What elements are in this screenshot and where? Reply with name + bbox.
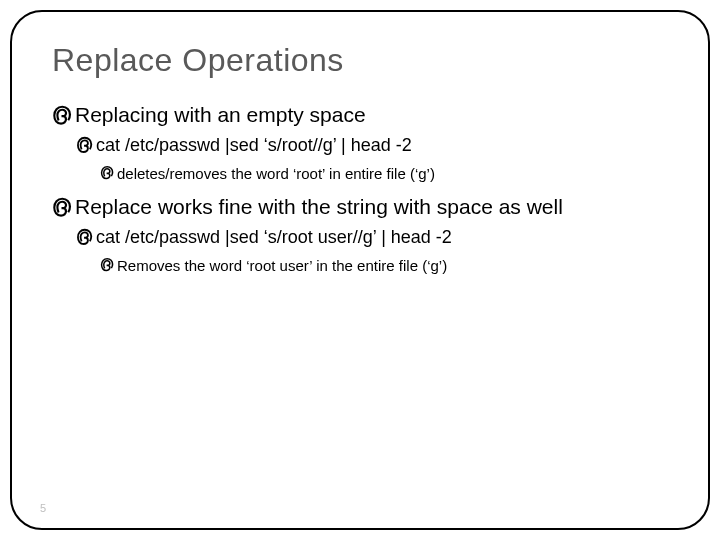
bullet-text: Removes the word ‘root user’ in the enti… [117, 256, 668, 276]
bullet-glyph-icon: ൫ [100, 163, 113, 181]
bullet-glyph-icon: ൫ [76, 225, 92, 247]
bullet-glyph-icon: ൫ [52, 192, 71, 218]
bullet-level1: ൫ Replacing with an empty space [52, 101, 668, 128]
bullet-glyph-icon: ൫ [52, 100, 71, 126]
slide-title: Replace Operations [52, 42, 668, 79]
bullet-text: cat /etc/passwd |sed ‘s/root//g’ | head … [96, 134, 668, 157]
bullet-glyph-icon: ൫ [76, 133, 92, 155]
bullet-level2: ൫ cat /etc/passwd |sed ‘s/root user//g’ … [76, 226, 668, 249]
slide-frame: Replace Operations ൫ Replacing with an e… [10, 10, 710, 530]
bullet-level1: ൫ Replace works fine with the string wit… [52, 193, 668, 220]
page-number: 5 [40, 502, 46, 514]
bullet-glyph-icon: ൫ [100, 255, 113, 273]
bullet-text: Replace works fine with the string with … [75, 193, 668, 220]
bullet-text: deletes/removes the word ‘root’ in entir… [117, 164, 668, 184]
bullet-level3: ൫ deletes/removes the word ‘root’ in ent… [100, 164, 668, 184]
bullet-text: Replacing with an empty space [75, 101, 668, 128]
bullet-level2: ൫ cat /etc/passwd |sed ‘s/root//g’ | hea… [76, 134, 668, 157]
bullet-text: cat /etc/passwd |sed ‘s/root user//g’ | … [96, 226, 668, 249]
bullet-level3: ൫ Removes the word ‘root user’ in the en… [100, 256, 668, 276]
